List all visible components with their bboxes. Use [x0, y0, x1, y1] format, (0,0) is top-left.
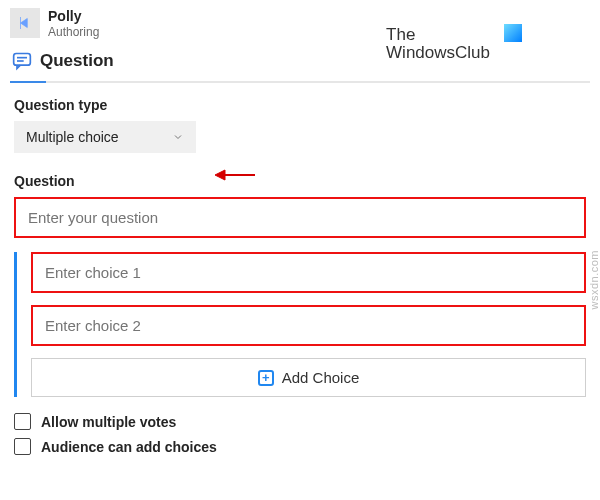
app-subtitle: Authoring [48, 25, 99, 39]
svg-rect-0 [14, 54, 31, 66]
app-icon [10, 8, 40, 38]
app-title: Polly [48, 8, 99, 25]
allow-multiple-votes-checkbox[interactable] [14, 413, 31, 430]
audience-can-add-checkbox[interactable] [14, 438, 31, 455]
divider [10, 81, 590, 83]
allow-multiple-votes-label: Allow multiple votes [41, 414, 176, 430]
section-title: Question [40, 51, 114, 71]
section-title-row: Question [0, 45, 600, 81]
question-type-value: Multiple choice [26, 129, 119, 145]
chevron-down-icon [172, 131, 184, 143]
brand-logo: The WindowsClub [386, 26, 490, 62]
choice-input-1[interactable] [31, 252, 586, 293]
question-input[interactable] [14, 197, 586, 238]
question-type-select[interactable]: Multiple choice [14, 121, 196, 153]
add-choice-label: Add Choice [282, 369, 360, 386]
add-choice-button[interactable]: + Add Choice [31, 358, 586, 397]
svg-marker-4 [215, 170, 225, 180]
watermark: wsxdn.com [588, 250, 600, 310]
choice-input-2[interactable] [31, 305, 586, 346]
content-area: Question type Multiple choice Question +… [0, 97, 600, 455]
polly-icon [16, 14, 34, 32]
logo-square-icon [504, 24, 522, 42]
question-icon [12, 51, 32, 71]
question-label: Question [14, 173, 586, 189]
choices-block: + Add Choice [14, 252, 586, 397]
logo-line1: The [386, 26, 490, 44]
app-header: Polly Authoring The WindowsClub [0, 0, 600, 45]
plus-icon: + [258, 370, 274, 386]
audience-can-add-row[interactable]: Audience can add choices [14, 438, 586, 455]
question-type-label: Question type [14, 97, 586, 113]
allow-multiple-votes-row[interactable]: Allow multiple votes [14, 413, 586, 430]
app-titles: Polly Authoring [48, 8, 99, 39]
audience-can-add-label: Audience can add choices [41, 439, 217, 455]
arrow-annotation [215, 168, 255, 185]
logo-line2: WindowsClub [386, 44, 490, 62]
